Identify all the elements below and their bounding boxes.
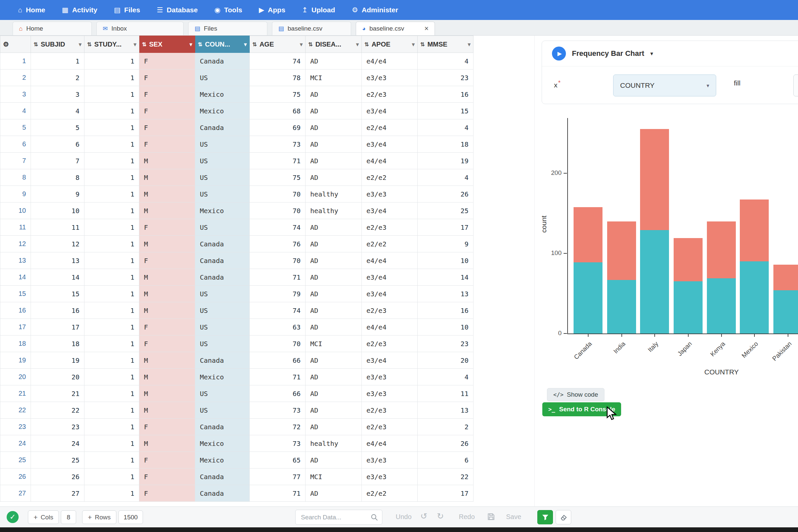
cell[interactable]: 13 xyxy=(418,286,474,302)
cell[interactable]: 1 xyxy=(84,86,139,103)
cell[interactable]: 66 xyxy=(250,352,306,369)
sort-icon[interactable]: ⇅ xyxy=(87,41,92,48)
cell[interactable]: healthy xyxy=(306,203,362,219)
cell[interactable]: M xyxy=(139,385,195,402)
cell[interactable]: AD xyxy=(306,419,362,435)
cell[interactable]: 19 xyxy=(418,153,474,169)
close-icon[interactable]: × xyxy=(424,25,429,32)
cell[interactable]: 76 xyxy=(250,236,306,252)
row-number[interactable]: 23 xyxy=(0,419,31,435)
cell[interactable]: e3/e4 xyxy=(362,269,418,286)
cell[interactable]: 26 xyxy=(31,469,84,485)
cell[interactable]: 75 xyxy=(250,86,306,103)
row-number[interactable]: 18 xyxy=(0,336,31,352)
cell[interactable]: Canada xyxy=(195,352,250,369)
cell[interactable]: 14 xyxy=(418,269,474,286)
cell[interactable]: AD xyxy=(306,169,362,186)
cell[interactable]: F xyxy=(139,485,195,502)
cell[interactable]: 70 xyxy=(250,186,306,203)
cell[interactable]: 6 xyxy=(418,452,474,469)
cell[interactable]: 69 xyxy=(250,119,306,136)
row-number[interactable]: 8 xyxy=(0,169,31,186)
cell[interactable]: F xyxy=(139,469,195,485)
cell[interactable]: M xyxy=(139,435,195,452)
cell[interactable]: F xyxy=(139,86,195,103)
row-number[interactable]: 10 xyxy=(0,203,31,219)
tab-baseline-csv[interactable]: ◕baseline.csv× xyxy=(356,22,435,35)
cell[interactable]: 13 xyxy=(31,252,84,269)
cell[interactable]: F xyxy=(139,452,195,469)
cell[interactable]: e3/e4 xyxy=(362,136,418,153)
cell[interactable]: US xyxy=(195,319,250,336)
cell[interactable]: 4 xyxy=(31,103,84,119)
cell[interactable]: e2/e3 xyxy=(362,419,418,435)
add-rows-button[interactable]: + Rows xyxy=(82,510,116,524)
cell[interactable]: 1 xyxy=(31,53,84,70)
cell[interactable]: Canada xyxy=(195,485,250,502)
row-number[interactable]: 14 xyxy=(0,269,31,286)
cell[interactable]: Mexico xyxy=(195,86,250,103)
cell[interactable]: 71 xyxy=(250,269,306,286)
cell[interactable]: Mexico xyxy=(195,103,250,119)
column-header-mmse[interactable]: ⇅MMSE▾ xyxy=(418,36,474,53)
cell[interactable]: Canada xyxy=(195,269,250,286)
row-number[interactable]: 20 xyxy=(0,369,31,385)
cell[interactable]: Canada xyxy=(195,53,250,70)
cell[interactable]: 26 xyxy=(418,186,474,203)
cell[interactable]: 1 xyxy=(84,385,139,402)
sort-icon[interactable]: ⇅ xyxy=(198,41,202,48)
cell[interactable]: e2/e2 xyxy=(362,169,418,186)
cell[interactable]: AD xyxy=(306,385,362,402)
row-number[interactable]: 3 xyxy=(0,86,31,103)
cell[interactable]: 73 xyxy=(250,136,306,153)
cell[interactable]: AD xyxy=(306,352,362,369)
cell[interactable]: e3/e3 xyxy=(362,70,418,86)
cell[interactable]: F xyxy=(139,336,195,352)
cell[interactable]: 5 xyxy=(31,119,84,136)
filter-caret-icon[interactable]: ▾ xyxy=(134,41,136,48)
cell[interactable]: US xyxy=(195,136,250,153)
cell[interactable]: 20 xyxy=(31,369,84,385)
cell[interactable]: AD xyxy=(306,103,362,119)
cell[interactable]: e4/e4 xyxy=(362,153,418,169)
cell[interactable]: 68 xyxy=(250,103,306,119)
cell[interactable]: Canada xyxy=(195,469,250,485)
cell[interactable]: 74 xyxy=(250,53,306,70)
filter-caret-icon[interactable]: ▾ xyxy=(412,41,415,48)
cell[interactable]: AD xyxy=(306,319,362,336)
cell[interactable]: 1 xyxy=(84,419,139,435)
filter-caret-icon[interactable]: ▾ xyxy=(356,41,359,48)
row-number[interactable]: 11 xyxy=(0,219,31,236)
cell[interactable]: AD xyxy=(306,402,362,419)
cell[interactable]: 66 xyxy=(250,385,306,402)
cell[interactable]: e4/e4 xyxy=(362,319,418,336)
nav-item-files[interactable]: ▤Files xyxy=(114,6,140,14)
cell[interactable]: 23 xyxy=(31,419,84,435)
cell[interactable]: Canada xyxy=(195,119,250,136)
row-number[interactable]: 25 xyxy=(0,452,31,469)
cell[interactable]: 10 xyxy=(31,203,84,219)
cell[interactable]: 79 xyxy=(250,286,306,302)
cell[interactable]: AD xyxy=(306,269,362,286)
nav-item-administer[interactable]: ⚙Administer xyxy=(352,6,398,14)
cell[interactable]: 1 xyxy=(84,302,139,319)
cell[interactable]: US xyxy=(195,302,250,319)
row-number[interactable]: 7 xyxy=(0,153,31,169)
cell[interactable]: AD xyxy=(306,485,362,502)
cell[interactable]: 70 xyxy=(250,203,306,219)
cell[interactable]: 17 xyxy=(31,319,84,336)
cell[interactable]: 1 xyxy=(84,70,139,86)
undo-label[interactable]: Undo xyxy=(396,513,412,521)
cell[interactable]: e4/e4 xyxy=(362,252,418,269)
cell[interactable]: e2/e2 xyxy=(362,236,418,252)
cell[interactable]: 1 xyxy=(84,402,139,419)
cell[interactable]: 78 xyxy=(250,70,306,86)
add-cols-button[interactable]: + Cols xyxy=(28,510,59,524)
row-number[interactable]: 4 xyxy=(0,103,31,119)
row-number[interactable]: 19 xyxy=(0,352,31,369)
row-number[interactable]: 1 xyxy=(0,53,31,70)
row-number[interactable]: 15 xyxy=(0,286,31,302)
cell[interactable]: 1 xyxy=(84,352,139,369)
cell[interactable]: 70 xyxy=(250,252,306,269)
cell[interactable]: 1 xyxy=(84,169,139,186)
